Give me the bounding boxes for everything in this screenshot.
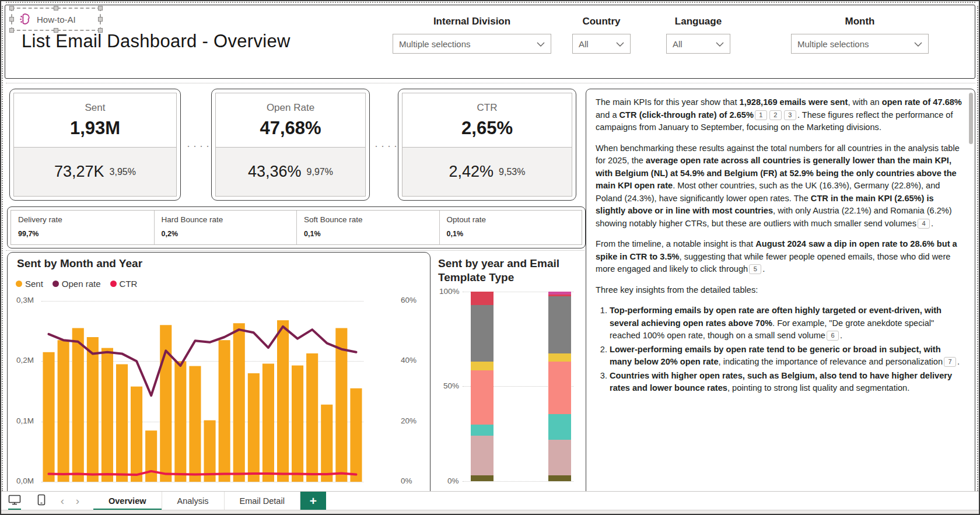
text-segment: The main KPIs for this year show that — [596, 97, 740, 107]
kpi-label: Sent — [85, 102, 106, 114]
rate-value: 0,1% — [447, 230, 575, 238]
legend-item-ctr[interactable]: CTR — [110, 279, 138, 289]
report-canvas: How-to-AI List Email Dashboard - Overvie… — [0, 0, 980, 515]
sent-bar[interactable] — [233, 323, 245, 482]
rate-label: Optout rate — [447, 215, 575, 224]
status-strip — [1, 510, 979, 514]
citation-chip[interactable]: 5 — [749, 264, 761, 274]
legend-item-open-rate[interactable]: Open rate — [52, 279, 101, 289]
stack-segment-olive-segment[interactable] — [548, 475, 571, 481]
stack-segment-rose-segment[interactable] — [471, 436, 494, 475]
month-chart-plot[interactable] — [41, 301, 363, 482]
mobile-view-button[interactable] — [28, 492, 55, 510]
sent-bar[interactable] — [321, 405, 332, 482]
citation-chip[interactable]: 7 — [944, 357, 956, 367]
y-axis-tick-right: 60% — [401, 296, 416, 304]
filter-label: Country — [572, 16, 631, 27]
stack-segment-rose-segment[interactable] — [548, 440, 571, 476]
chevron-down-icon — [616, 39, 624, 49]
stacked-bar-2025[interactable] — [548, 292, 571, 481]
legend-dot-sent — [16, 281, 22, 287]
selection-handle[interactable] — [9, 28, 14, 33]
sent-bar[interactable] — [292, 366, 303, 482]
legend-label: Open rate — [62, 279, 101, 289]
citation-chip[interactable]: 6 — [827, 331, 839, 341]
text-segment: CTR (click-through rate) of 2.65% — [620, 110, 754, 120]
kpi-card-sent[interactable]: Sent 1,93M 73,27K 3,95% — [9, 89, 181, 201]
sent-bar[interactable] — [174, 361, 186, 482]
next-page-button[interactable]: › — [70, 492, 85, 510]
grid-dots-left — [2, 6, 3, 491]
scrollbar-thumb[interactable] — [969, 93, 973, 144]
grid-dots-connector: ···· — [187, 140, 212, 152]
tab-analysis[interactable]: Analysis — [162, 492, 225, 510]
add-page-button[interactable]: + — [300, 492, 326, 510]
sent-bar[interactable] — [248, 373, 260, 482]
sent-bar[interactable] — [72, 328, 84, 482]
rate-label: Delivery rate — [18, 215, 147, 224]
stack-segment-red-segment[interactable] — [471, 292, 494, 305]
kpi-secondary-pct: 9,97% — [307, 167, 333, 177]
tab-email-detail[interactable]: Email Detail — [225, 492, 300, 510]
text-segment: , with an — [848, 97, 881, 107]
internal-division-dropdown[interactable]: Multiple selections — [393, 34, 551, 54]
tab-overview[interactable]: Overview — [93, 492, 162, 510]
sent-bar[interactable] — [131, 387, 142, 482]
selection-handle[interactable] — [98, 6, 103, 10]
month-dropdown[interactable]: Multiple selections — [791, 34, 929, 54]
sent-bar[interactable] — [277, 320, 289, 482]
rate-label: Soft Bounce rate — [304, 215, 432, 224]
sent-bar[interactable] — [145, 430, 157, 482]
stack-segment-gold-segment[interactable] — [548, 353, 571, 362]
sent-bar[interactable] — [58, 340, 69, 482]
rate-delivery: Delivery rate 99,7% — [11, 211, 154, 244]
citation-chip[interactable]: 4 — [918, 219, 930, 229]
header: How-to-AI List Email Dashboard - Overvie… — [5, 5, 975, 79]
grid-dots-top — [6, 2, 975, 3]
stacked-bar-2024[interactable] — [471, 292, 494, 481]
sent-bar[interactable] — [102, 348, 113, 482]
stack-segment-gray-segment[interactable] — [548, 296, 571, 353]
citation-chip[interactable]: 3 — [784, 110, 796, 120]
month-chart-panel: Sent by Month and Year Sent Open rate CT… — [7, 252, 430, 515]
logo-text: How-to-AI — [37, 15, 76, 24]
prev-page-button[interactable]: ‹ — [55, 492, 70, 510]
sent-bar[interactable] — [262, 364, 274, 482]
desktop-view-button[interactable] — [1, 492, 28, 510]
text-segment: and a — [596, 110, 620, 120]
sent-bar[interactable] — [306, 353, 318, 482]
stack-segment-salmon-segment[interactable] — [471, 370, 494, 425]
country-dropdown[interactable]: All — [572, 34, 631, 54]
stack-segment-teal-segment[interactable] — [471, 425, 494, 436]
stack-segment-gray-segment[interactable] — [471, 305, 494, 362]
citation-chip[interactable]: 1 — [755, 110, 767, 120]
logo[interactable]: How-to-AI — [11, 8, 101, 31]
sent-bar[interactable] — [160, 325, 172, 482]
sent-bar[interactable] — [219, 340, 230, 482]
kpi-card-open-rate[interactable]: Open Rate 47,68% 43,36% 9,97% — [211, 89, 370, 201]
stack-segment-gold-segment[interactable] — [471, 362, 494, 370]
selection-handle[interactable] — [54, 6, 58, 10]
sent-bar[interactable] — [204, 421, 216, 482]
sent-bar[interactable] — [87, 337, 99, 482]
stack-segment-olive-segment[interactable] — [471, 475, 494, 481]
rates-table: Delivery rate 99,7% Hard Bounce rate 0,2… — [7, 206, 586, 248]
stack-segment-teal-segment[interactable] — [548, 414, 571, 440]
text-segment: . — [840, 331, 842, 340]
legend-item-sent[interactable]: Sent — [16, 279, 43, 289]
selection-handle[interactable] — [9, 6, 14, 10]
sent-bar[interactable] — [350, 388, 362, 482]
monitor-icon — [8, 495, 21, 507]
language-dropdown[interactable]: All — [666, 34, 730, 54]
citation-chip[interactable]: 2 — [769, 110, 782, 120]
tab-label: Overview — [108, 496, 146, 506]
sent-bar[interactable] — [116, 365, 128, 482]
stack-segment-salmon-segment[interactable] — [548, 362, 571, 414]
sent-bar[interactable] — [43, 352, 55, 482]
sent-bar[interactable] — [189, 366, 201, 482]
kpi-card-ctr[interactable]: CTR 2,65% 2,42% 9,53% — [398, 89, 576, 201]
selection-handle[interactable] — [9, 17, 14, 22]
legend-dot-open-rate — [52, 281, 59, 287]
selection-handle[interactable] — [98, 17, 103, 22]
chevron-down-icon — [537, 39, 545, 49]
